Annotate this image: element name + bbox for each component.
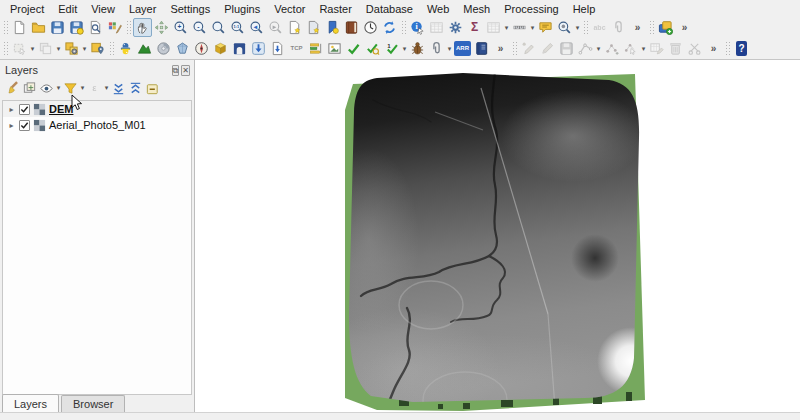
save-edits-button[interactable] <box>557 39 576 58</box>
dropdown-arrow-icon[interactable]: ▾ <box>79 84 86 92</box>
menu-plugins[interactable]: Plugins <box>217 2 267 16</box>
menu-processing[interactable]: Processing <box>497 2 565 16</box>
serval-plugin-button[interactable] <box>472 39 491 58</box>
dropdown-arrow-icon[interactable]: ▾ <box>55 84 62 92</box>
zoom-native-button[interactable]: 1:1 <box>228 18 247 37</box>
annotation-button[interactable]: abc <box>590 18 609 37</box>
menu-view[interactable]: View <box>84 2 122 16</box>
menu-database[interactable]: Database <box>359 2 420 16</box>
menu-project[interactable]: Project <box>3 2 51 16</box>
refresh-map-button[interactable] <box>380 18 399 37</box>
modify-attributes-button[interactable] <box>647 39 666 58</box>
add-group-button[interactable] <box>21 80 38 97</box>
remove-layer-button[interactable] <box>144 80 161 97</box>
cut-features-button[interactable] <box>685 39 704 58</box>
save-project-button[interactable] <box>48 18 67 37</box>
add-vertex-button[interactable] <box>602 39 621 58</box>
menu-web[interactable]: Web <box>420 2 456 16</box>
expand-all-button[interactable] <box>110 80 127 97</box>
layer-label[interactable]: DEM <box>49 103 73 115</box>
select-by-location-button[interactable] <box>88 39 107 58</box>
close-panel-button[interactable]: ✕ <box>181 65 190 76</box>
menu-vector[interactable]: Vector <box>267 2 312 16</box>
layer-label[interactable]: Aerial_Photo5_M01 <box>49 119 146 131</box>
menu-settings[interactable]: Settings <box>163 2 217 16</box>
new-3d-map-view-button[interactable] <box>304 18 323 37</box>
bug-plugin-button[interactable] <box>408 39 427 58</box>
zoom-last-button[interactable]: ◂ <box>247 18 266 37</box>
new-map-view-button[interactable] <box>285 18 304 37</box>
toggle-editing-button[interactable] <box>538 39 557 58</box>
arch-plugin-button[interactable] <box>230 39 249 58</box>
profile-tool-button[interactable] <box>306 39 325 58</box>
crystal-plugin-button[interactable] <box>173 39 192 58</box>
temporal-controller-button[interactable] <box>361 18 380 37</box>
show-bookmarks-button[interactable] <box>342 18 361 37</box>
processing-toolbox-button[interactable] <box>446 18 465 37</box>
qgis2threejs-button[interactable] <box>211 39 230 58</box>
manage-themes-button[interactable] <box>38 80 55 97</box>
attachment-button[interactable] <box>427 39 446 58</box>
python-console-button[interactable] <box>116 39 135 58</box>
expand-arrow-icon[interactable]: ▸ <box>7 105 16 114</box>
dropdown-arrow-icon[interactable]: ▾ <box>574 24 581 32</box>
zoom-next-button[interactable]: ▸ <box>266 18 285 37</box>
dropdown-arrow-icon[interactable]: ▾ <box>401 45 408 53</box>
dropdown-arrow-icon[interactable]: ▾ <box>640 45 647 53</box>
new-spatial-bookmark-button[interactable] <box>323 18 342 37</box>
new-project-button[interactable] <box>10 18 29 37</box>
layout-manager-button[interactable] <box>86 18 105 37</box>
menu-raster[interactable]: Raster <box>312 2 358 16</box>
filter-expression-button[interactable]: ε <box>86 80 103 97</box>
float-panel-button[interactable]: ⧉ <box>172 65 180 76</box>
layer-row[interactable]: ▸Aerial_Photo5_M01 <box>3 117 191 133</box>
zoom-out-button[interactable]: - <box>190 18 209 37</box>
help-button[interactable]: ? <box>732 39 751 58</box>
layer-row[interactable]: ▸DEM <box>3 101 191 117</box>
menu-layer[interactable]: Layer <box>122 2 164 16</box>
layer-tree[interactable]: ▸DEM▸Aerial_Photo5_M01 <box>2 100 192 395</box>
save-project-as-button[interactable] <box>67 18 86 37</box>
toolbar-overflow-button[interactable]: » <box>675 18 694 37</box>
toolbar-overflow-button[interactable]: » <box>491 39 510 58</box>
delete-selected-button[interactable] <box>666 39 685 58</box>
toolbar-overflow-button[interactable]: » <box>628 18 647 37</box>
download-layer-button[interactable] <box>249 39 268 58</box>
digitize-button[interactable] <box>576 39 595 58</box>
select-features-button[interactable] <box>10 39 29 58</box>
form-annotation-button[interactable] <box>609 18 628 37</box>
allow-edits-button[interactable] <box>519 39 538 58</box>
open-project-button[interactable] <box>29 18 48 37</box>
expand-arrow-icon[interactable]: ▸ <box>7 121 16 130</box>
open-table-button[interactable] <box>484 18 503 37</box>
dropdown-arrow-icon[interactable]: ▾ <box>595 45 602 53</box>
georeferencer-button[interactable] <box>325 39 344 58</box>
check-topology-button[interactable]: 1 <box>382 39 401 58</box>
menu-help[interactable]: Help <box>566 2 603 16</box>
dock-tab-layers[interactable]: Layers <box>2 394 59 412</box>
download-page-button[interactable] <box>268 39 287 58</box>
style-manager-button[interactable] <box>105 18 124 37</box>
dock-tab-browser[interactable]: Browser <box>61 395 125 412</box>
attribute-table-button[interactable] <box>427 18 446 37</box>
filter-legend-button[interactable] <box>62 80 79 97</box>
map-tips-button[interactable] <box>536 18 555 37</box>
map-canvas[interactable] <box>195 60 800 412</box>
check-geometry-button[interactable] <box>344 39 363 58</box>
menu-mesh[interactable]: Mesh <box>456 2 497 16</box>
azimuth-compass-button[interactable] <box>192 39 211 58</box>
layer-checkbox[interactable] <box>19 120 30 131</box>
menu-edit[interactable]: Edit <box>51 2 84 16</box>
zoom-in-button[interactable]: + <box>171 18 190 37</box>
open-styling-panel-button[interactable] <box>4 80 21 97</box>
arr-plugin-button[interactable]: ARR <box>453 39 472 58</box>
dropdown-arrow-icon[interactable]: ▾ <box>529 24 536 32</box>
gdal-tools-button[interactable] <box>154 39 173 58</box>
grass-tools-button[interactable] <box>135 39 154 58</box>
deselect-features-button[interactable] <box>36 39 55 58</box>
statistics-summary-button[interactable]: Σ <box>465 18 484 37</box>
tcp-connection-button[interactable]: TCP <box>287 39 306 58</box>
data-source-manager-button[interactable] <box>656 18 675 37</box>
dropdown-arrow-icon[interactable]: ▾ <box>446 45 453 53</box>
zoom-full-button[interactable] <box>209 18 228 37</box>
